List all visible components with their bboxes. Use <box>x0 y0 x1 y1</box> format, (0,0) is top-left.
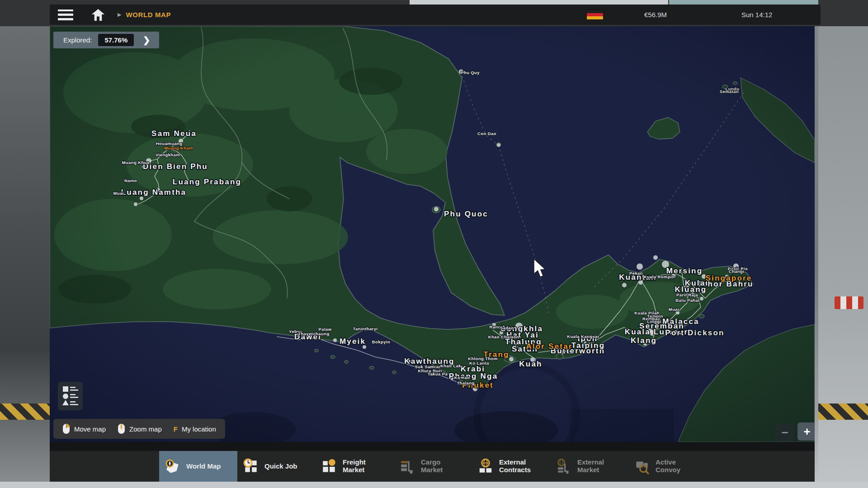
city-dot[interactable] <box>622 283 627 287</box>
city-label[interactable]: Palaw <box>319 327 332 332</box>
city-label[interactable]: Thalang <box>457 380 474 385</box>
nav-item-external-contracts[interactable]: External Contracts <box>472 451 550 482</box>
move-map-label: Move map <box>74 425 106 433</box>
city-label[interactable]: Ko Yao <box>454 375 470 380</box>
city-label[interactable]: Sam Neua <box>151 129 197 138</box>
city-label[interactable]: Singapore <box>706 274 752 282</box>
safety-barrier <box>835 296 863 309</box>
city-dot[interactable] <box>497 143 500 147</box>
game-time: Sun 14:12 <box>741 11 809 19</box>
nav-item-freight-market[interactable]: Freight Market <box>316 451 394 482</box>
city-label[interactable]: Bokpyin <box>372 339 390 344</box>
city-label[interactable]: Batu Pahat <box>675 298 700 303</box>
nav-item-cargo-market[interactable]: Cargo Market <box>394 451 472 482</box>
zoom-map-label: Zoom map <box>129 425 162 433</box>
city-label[interactable]: Phu Quy <box>461 70 480 75</box>
freight-market-icon <box>321 458 337 474</box>
nav-item-external-market[interactable]: External Market <box>550 451 628 482</box>
bottom-nav-bar: World Map Quick Job Freight Market <box>50 451 815 482</box>
zoom-in-button[interactable]: + <box>797 422 815 441</box>
city-dot[interactable] <box>509 357 514 361</box>
city-label[interactable]: Con Dao <box>477 131 496 136</box>
nav-label: World Map <box>186 463 228 470</box>
city-label[interactable]: Myeik <box>340 337 366 346</box>
germany-flag-icon <box>586 9 604 20</box>
my-location-label: My location <box>182 425 216 433</box>
city-dot[interactable] <box>140 197 143 200</box>
hazard-stripe-right <box>818 404 868 420</box>
cargo-market-icon <box>399 458 415 474</box>
city-dot[interactable] <box>700 297 703 300</box>
city-label[interactable]: Khao Lak <box>440 363 461 368</box>
nav-label: Cargo Market <box>421 459 462 474</box>
city-label[interactable]: Dien Bien Phu <box>143 162 208 171</box>
city-label[interactable]: Sadao <box>500 325 514 330</box>
explored-label: Explored: <box>63 36 92 44</box>
quick-job-icon <box>243 458 259 474</box>
garage-floor <box>0 482 868 488</box>
zoom-out-button[interactable]: − <box>775 423 794 441</box>
menu-icon[interactable] <box>58 9 73 20</box>
breadcrumb: WORLD MAP <box>126 11 171 19</box>
explored-expand-chevron-icon[interactable]: ❯ <box>140 35 153 45</box>
city-label[interactable]: Changi <box>729 269 745 274</box>
city-label[interactable]: Port Dickson <box>665 328 724 337</box>
explored-badge: Explored: 57.76% ❯ <box>53 32 159 48</box>
city-label[interactable]: Muang Kham <box>164 145 193 150</box>
nav-label: Quick Job <box>264 463 306 470</box>
move-map-hint: Move map <box>62 423 106 434</box>
city-label[interactable]: Luang Namtha <box>121 188 186 197</box>
city-label[interactable]: Takua Pa <box>428 371 448 376</box>
mouse-wheel-icon <box>118 423 125 434</box>
city-label[interactable]: Klang <box>631 336 657 345</box>
city-label[interactable]: Ko Lanta <box>469 361 489 366</box>
city-label[interactable]: Kuah <box>519 360 542 368</box>
city-label[interactable]: Sematan <box>720 89 739 94</box>
city-label[interactable]: Namo <box>124 178 137 183</box>
city-label[interactable]: Tanintharyi <box>353 326 378 331</box>
map-controls-bar: Move map Zoom map F My location <box>53 419 225 439</box>
player-money: €56.9M <box>644 11 741 19</box>
city-label[interactable]: Muai <box>113 191 123 196</box>
city-label[interactable]: Parit Raja <box>676 292 698 297</box>
city-dot[interactable] <box>333 338 337 342</box>
nav-item-world-map[interactable]: World Map <box>159 451 237 482</box>
mouse-drag-icon <box>62 423 70 434</box>
map-legend-button[interactable] <box>58 382 83 410</box>
city-label[interactable]: Houamuang <box>156 141 183 146</box>
city-label[interactable]: Alor Setar <box>526 342 572 351</box>
hazard-stripe-left <box>0 404 50 420</box>
city-label[interactable]: Muar <box>669 307 679 312</box>
city-label[interactable]: Thayetchaung <box>298 331 329 336</box>
city-label[interactable]: Kuala Rompin <box>644 274 675 279</box>
active-convoy-icon <box>634 458 650 474</box>
city-dot[interactable] <box>363 345 366 349</box>
explored-value: 57.76% <box>98 34 134 46</box>
my-location-hint: F My location <box>174 425 216 433</box>
city-dot[interactable] <box>434 207 439 211</box>
nav-item-active-convoy[interactable]: Active Convoy <box>628 451 707 482</box>
city-label[interactable]: Linggi <box>647 319 661 324</box>
city-dot[interactable] <box>134 202 137 206</box>
city-label[interactable]: Viengkham <box>156 152 180 157</box>
nav-label: External Market <box>577 459 619 474</box>
city-label[interactable]: Phu Quoc <box>444 210 488 218</box>
city-label[interactable]: Luang Prabang <box>173 178 241 186</box>
location-hotkey: F <box>174 425 178 433</box>
nav-item-quick-job[interactable]: Quick Job <box>237 451 316 482</box>
city-label[interactable]: Muang Khua <box>122 160 150 165</box>
city-label[interactable]: Pekan <box>629 271 643 276</box>
external-contracts-icon <box>477 458 494 474</box>
home-icon[interactable] <box>91 9 105 21</box>
city-label[interactable]: Khao Chaison <box>488 334 519 339</box>
world-map-panel[interactable]: Sam NeuaDien Bien PhuLuang PrabangLuang … <box>50 26 815 442</box>
breadcrumb-chevron-icon: ▶ <box>118 12 121 18</box>
world-map-icon <box>165 458 181 474</box>
legend-icon <box>62 386 79 407</box>
nav-label: External Contracts <box>499 459 541 474</box>
city-dot[interactable] <box>637 263 643 270</box>
world-map-canvas[interactable]: Sam NeuaDien Bien PhuLuang PrabangLuang … <box>50 26 815 442</box>
nav-label: Freight Market <box>343 459 384 474</box>
city-label[interactable]: Kuala Kangsar <box>567 334 599 339</box>
city-dot[interactable] <box>653 255 658 260</box>
